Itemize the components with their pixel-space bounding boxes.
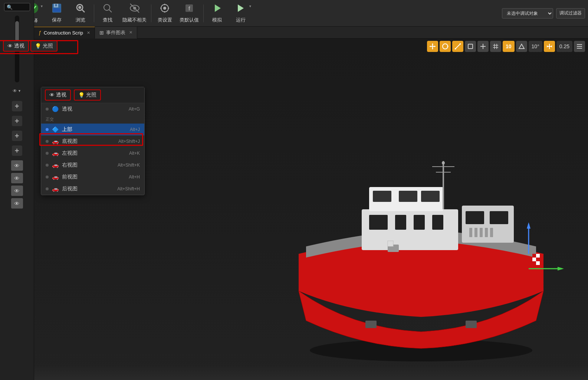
snap-value-btn[interactable]: 10	[503, 41, 515, 52]
dropdown-header: 👁 透视 💡 光照	[41, 87, 144, 103]
dropdown-item-perspective[interactable]: 🔵 透视 Alt+G	[41, 103, 144, 115]
svg-line-7	[82, 10, 85, 12]
svg-rect-51	[369, 215, 388, 230]
debug-select[interactable]: 未选中调试对象	[502, 8, 553, 19]
class-settings-icon	[160, 3, 170, 16]
view-options-btn[interactable]: 👁 ▼	[13, 88, 21, 94]
dropdown-arrow-icon: ▼	[18, 89, 21, 93]
find-btn[interactable]: 查找	[96, 1, 119, 25]
svg-rect-80	[388, 241, 393, 246]
simulate-icon	[212, 3, 222, 16]
svg-point-6	[78, 6, 81, 9]
construction-script-tab[interactable]: ƒ Construction Scrip ✕	[34, 27, 95, 39]
boat-3d-model	[276, 150, 566, 365]
svg-rect-79	[536, 261, 540, 265]
viewport-tools-right: 10 10° 0.25	[427, 41, 585, 52]
save-btn[interactable]: 保存	[45, 1, 69, 25]
lighting-view-btn[interactable]: 💡 光照	[30, 40, 58, 52]
svg-rect-70	[485, 228, 488, 237]
svg-point-8	[104, 4, 110, 10]
scale-value-btn[interactable]: 0.25	[556, 41, 572, 52]
sidebar-search[interactable]: 🔍	[4, 3, 30, 11]
rotate-tool-btn[interactable]	[440, 41, 451, 52]
dropdown-item-front[interactable]: 🚗 前视图 Alt+H	[41, 171, 144, 183]
svg-point-62	[442, 161, 445, 164]
scale-snap-icon	[544, 41, 555, 52]
add-btn-1[interactable]: +	[12, 101, 22, 111]
event-graph-tab[interactable]: ⊞ 事件图表 ✕	[95, 27, 137, 39]
debug-filter-btn[interactable]: 调试过滤器	[556, 8, 585, 19]
dropdown-lighting-btn[interactable]: 💡 光照	[74, 89, 101, 101]
eye-btn-1[interactable]: 👁	[11, 160, 23, 171]
perspective-dot	[46, 108, 49, 111]
svg-rect-34	[468, 44, 473, 49]
svg-marker-41	[519, 44, 524, 49]
add-btn-2[interactable]: +	[12, 116, 22, 126]
run-btn[interactable]: 运行 ▼	[229, 1, 253, 25]
lighting-icon: 💡	[35, 43, 41, 49]
svg-rect-52	[395, 215, 406, 230]
browse-btn[interactable]: 浏览	[69, 1, 92, 25]
dropdown-item-right[interactable]: 🚗 右视图 Alt+Shift+K	[41, 159, 144, 171]
class-defaults-btn[interactable]: f 类默认值	[177, 1, 202, 25]
top-item-icon: 🔷	[52, 126, 59, 133]
construction-script-tab-close[interactable]: ✕	[87, 30, 90, 35]
toolbar-right: 未选中调试对象 调试过滤器	[502, 8, 585, 19]
dropdown-item-bottom[interactable]: 🚗 底视图 Alt+Shift+J	[41, 135, 144, 147]
right-item-icon: 🚗	[52, 162, 59, 168]
svg-rect-78	[532, 258, 536, 261]
svg-rect-3	[53, 8, 60, 12]
viewport-area[interactable]: 👁 透视 💡 光照	[0, 39, 588, 380]
perspective-icon: 👁	[7, 43, 13, 49]
left-side-panel: 🔍 👁 ▼ + + + + 👁 👁 👁 👁	[0, 0, 34, 380]
dropdown-lighting-icon: 💡	[78, 92, 85, 98]
hide-unrelated-icon	[129, 3, 140, 16]
class-settings-btn[interactable]: 类设置	[153, 1, 177, 25]
eye-btn-3[interactable]: 👁	[11, 186, 23, 196]
scale-tool-btn[interactable]	[452, 41, 463, 52]
add-btn-3[interactable]: +	[12, 131, 22, 141]
move-tool-btn[interactable]	[427, 41, 438, 52]
dropdown-perspective-btn[interactable]: 👁 透视	[45, 89, 71, 101]
cube-tool-btn[interactable]	[465, 41, 476, 52]
back-dot	[46, 187, 49, 190]
svg-rect-71	[490, 228, 493, 237]
view-dropdown-menu: 👁 透视 💡 光照 🔵 透视 Alt+G 正交 🔷	[41, 87, 145, 195]
add-btn-4[interactable]: +	[12, 145, 22, 156]
divider-2	[94, 4, 94, 22]
svg-text:f: f	[188, 6, 190, 12]
hide-unrelated-btn[interactable]: 隐藏不相关	[119, 1, 150, 25]
eye-btn-4[interactable]: 👁	[11, 198, 23, 209]
left-item-icon: 🚗	[52, 150, 59, 157]
back-item-icon: 🚗	[52, 186, 59, 192]
sidebar-search-icon: 🔍	[7, 4, 13, 10]
grid-tool-btn[interactable]	[490, 41, 501, 52]
svg-marker-26	[432, 48, 433, 49]
angle-value-btn[interactable]: 10°	[529, 41, 542, 52]
perspective-item-icon: 🔵	[52, 106, 59, 112]
extra-btn[interactable]	[574, 41, 585, 52]
svg-rect-56	[373, 191, 391, 202]
eye-btn-2[interactable]: 👁	[11, 173, 23, 183]
svg-marker-27	[430, 46, 431, 47]
save-icon	[52, 3, 62, 16]
dropdown-item-back[interactable]: 🚗 后视图 Alt+Shift+H	[41, 183, 144, 195]
svg-marker-21	[215, 4, 221, 12]
eye-icon-row: 👁 👁 👁 👁	[11, 160, 23, 209]
cross-tool-btn[interactable]	[477, 41, 489, 52]
perspective-view-btn[interactable]: 👁 透视	[3, 40, 29, 52]
dropdown-item-top[interactable]: 🔷 上部 Alt+J	[41, 124, 144, 135]
event-graph-tab-close[interactable]: ✕	[129, 30, 132, 35]
svg-marker-45	[551, 45, 552, 48]
svg-rect-65	[490, 211, 508, 224]
class-defaults-icon: f	[184, 3, 194, 16]
orthographic-section-label: 正交	[41, 115, 144, 124]
front-item-icon: 🚗	[52, 174, 59, 180]
dropdown-item-left[interactable]: 🚗 左视图 Alt+K	[41, 147, 144, 159]
svg-rect-57	[399, 191, 417, 202]
svg-marker-25	[432, 43, 433, 45]
left-dot	[46, 152, 49, 155]
simulate-btn[interactable]: 模拟	[205, 1, 229, 25]
svg-marker-22	[238, 4, 244, 12]
top-toolbar: 🔍 编译 ▼ 保存	[0, 0, 588, 27]
